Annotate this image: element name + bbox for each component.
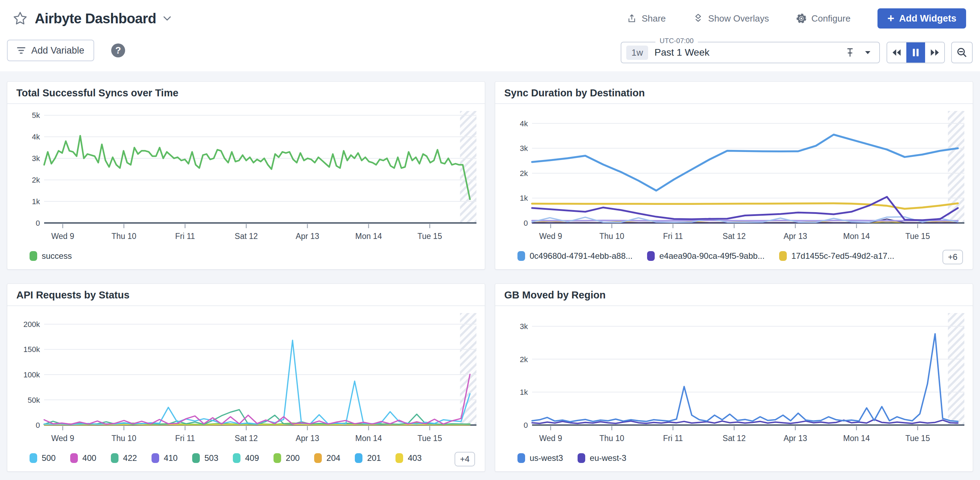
legend-label: 201 bbox=[367, 453, 381, 463]
svg-text:1k: 1k bbox=[520, 194, 528, 203]
legend-label: 422 bbox=[123, 453, 137, 463]
svg-text:Mon 14: Mon 14 bbox=[355, 232, 382, 241]
svg-text:Tue 15: Tue 15 bbox=[417, 232, 442, 241]
svg-text:Wed 9: Wed 9 bbox=[539, 232, 562, 241]
svg-text:Sat 12: Sat 12 bbox=[722, 232, 746, 241]
svg-text:5k: 5k bbox=[32, 111, 40, 120]
legend-item[interactable]: us-west3 bbox=[517, 453, 563, 463]
legend-overflow-badge[interactable]: +6 bbox=[942, 250, 963, 264]
add-widgets-button[interactable]: + Add Widgets bbox=[878, 8, 966, 29]
legend-label: us-west3 bbox=[530, 453, 563, 463]
svg-text:Apr 13: Apr 13 bbox=[784, 434, 807, 443]
svg-text:Sat 12: Sat 12 bbox=[235, 232, 258, 241]
legend-item[interactable]: 503 bbox=[192, 453, 218, 463]
legend-item[interactable]: e4aea90a-90ca-49f5-9abb... bbox=[647, 251, 765, 261]
time-range-picker[interactable]: UTC-07:00 1w Past 1 Week bbox=[620, 42, 880, 63]
legend-overflow-badge[interactable]: +4 bbox=[455, 452, 475, 466]
svg-text:0: 0 bbox=[36, 421, 40, 430]
share-label: Share bbox=[641, 13, 665, 24]
svg-text:Thu 10: Thu 10 bbox=[111, 232, 137, 241]
legend-color-chip bbox=[30, 251, 37, 261]
legend-color-chip bbox=[517, 251, 525, 261]
time-pause-button[interactable] bbox=[906, 42, 926, 62]
svg-text:Fri 11: Fri 11 bbox=[175, 434, 195, 443]
svg-text:4k: 4k bbox=[520, 119, 528, 128]
legend-color-chip bbox=[647, 251, 655, 261]
star-icon[interactable] bbox=[13, 11, 28, 26]
svg-text:0: 0 bbox=[524, 421, 528, 430]
chevron-down-icon[interactable] bbox=[163, 16, 171, 21]
legend-color-chip bbox=[396, 453, 403, 463]
svg-text:3k: 3k bbox=[520, 144, 528, 153]
svg-text:Sat 12: Sat 12 bbox=[235, 434, 258, 443]
time-backward-button[interactable] bbox=[887, 42, 906, 62]
svg-text:0: 0 bbox=[36, 219, 40, 228]
legend-color-chip bbox=[70, 453, 78, 463]
header-row-title: Airbyte Dashboard Share bbox=[0, 0, 980, 37]
legend-item[interactable]: 403 bbox=[396, 453, 422, 463]
legend-color-chip bbox=[151, 453, 159, 463]
svg-text:Thu 10: Thu 10 bbox=[111, 434, 137, 443]
chart-svg: 200k150k100k50k0Wed 9Thu 10Fri 11Sat 12A… bbox=[7, 308, 485, 447]
zoom-out-button[interactable] bbox=[951, 42, 973, 63]
chart-legend: success bbox=[30, 248, 447, 264]
legend-item[interactable]: 400 bbox=[70, 453, 96, 463]
legend-label: 17d1455c-7ed5-49d2-a17... bbox=[791, 251, 894, 261]
help-button[interactable]: ? bbox=[111, 43, 125, 57]
fast-forward-icon bbox=[930, 48, 940, 57]
svg-text:3k: 3k bbox=[32, 154, 40, 163]
svg-text:Mon 14: Mon 14 bbox=[843, 232, 870, 241]
svg-text:Tue 15: Tue 15 bbox=[905, 434, 930, 443]
widget-api-requests-by-status: API Requests by Status 200k150k100k50k0W… bbox=[7, 284, 485, 472]
svg-text:Fri 11: Fri 11 bbox=[663, 434, 683, 443]
add-variable-button[interactable]: Add Variable bbox=[7, 40, 94, 61]
svg-text:Fri 11: Fri 11 bbox=[663, 232, 683, 241]
svg-text:Wed 9: Wed 9 bbox=[51, 434, 74, 443]
show-overlays-button[interactable]: Show Overlays bbox=[693, 13, 769, 24]
widget-title[interactable]: Total Successful Syncs over Time bbox=[7, 82, 485, 104]
legend-item[interactable]: 410 bbox=[151, 453, 178, 463]
widget-title[interactable]: Sync Duration by Destination bbox=[495, 82, 973, 104]
dashboard-page: Airbyte Dashboard Share bbox=[0, 0, 980, 480]
configure-button[interactable]: Configure bbox=[796, 13, 851, 24]
legend-item[interactable]: success bbox=[30, 251, 72, 261]
svg-text:Wed 9: Wed 9 bbox=[51, 232, 74, 241]
svg-text:Tue 15: Tue 15 bbox=[417, 434, 442, 443]
widget-title[interactable]: GB Moved by Region bbox=[495, 284, 973, 306]
svg-text:Wed 9: Wed 9 bbox=[539, 434, 562, 443]
legend-label: 503 bbox=[204, 453, 218, 463]
legend-item[interactable]: 204 bbox=[314, 453, 340, 463]
legend-item[interactable]: 422 bbox=[111, 453, 137, 463]
chart-canvas[interactable]: 3k2k1k0Wed 9Thu 10Fri 11Sat 12Apr 13Mon … bbox=[495, 308, 974, 447]
svg-text:Thu 10: Thu 10 bbox=[600, 232, 625, 241]
time-range-chip[interactable]: 1w bbox=[626, 46, 648, 60]
legend-item[interactable]: 500 bbox=[30, 453, 56, 463]
chart-canvas[interactable]: 4k3k2k1k0Wed 9Thu 10Fri 11Sat 12Apr 13Mo… bbox=[495, 106, 974, 245]
chart-canvas[interactable]: 5k4k3k2k1k0Wed 9Thu 10Fri 11Sat 12Apr 13… bbox=[7, 106, 485, 245]
header-actions: Share Show Overlays Configure bbox=[627, 8, 966, 29]
legend-label: 409 bbox=[245, 453, 259, 463]
legend-item[interactable]: 409 bbox=[233, 453, 259, 463]
pin-icon[interactable] bbox=[846, 47, 854, 58]
legend-item[interactable]: 0c49680d-4791-4ebb-a88... bbox=[517, 251, 633, 261]
svg-text:Mon 14: Mon 14 bbox=[843, 434, 870, 443]
caret-down-icon[interactable] bbox=[865, 50, 871, 54]
legend-item[interactable]: 200 bbox=[274, 453, 299, 463]
widget-title[interactable]: API Requests by Status bbox=[7, 284, 485, 306]
svg-text:Thu 10: Thu 10 bbox=[600, 434, 625, 443]
share-button[interactable]: Share bbox=[627, 13, 665, 24]
configure-label: Configure bbox=[811, 13, 851, 24]
time-forward-button[interactable] bbox=[925, 42, 944, 62]
legend-item[interactable]: eu-west-3 bbox=[578, 453, 626, 463]
legend-label: 200 bbox=[286, 453, 299, 463]
legend-label: 400 bbox=[82, 453, 96, 463]
legend-color-chip bbox=[578, 453, 585, 463]
chart-legend: 500400422410503409200204201403 bbox=[30, 450, 447, 466]
chart-canvas[interactable]: 200k150k100k50k0Wed 9Thu 10Fri 11Sat 12A… bbox=[7, 308, 485, 447]
legend-color-chip bbox=[779, 251, 787, 261]
legend-item[interactable]: 17d1455c-7ed5-49d2-a17... bbox=[779, 251, 894, 261]
overlays-icon bbox=[693, 13, 703, 24]
timezone-label: UTC-07:00 bbox=[655, 37, 698, 45]
svg-text:200k: 200k bbox=[23, 320, 40, 329]
legend-item[interactable]: 201 bbox=[355, 453, 381, 463]
